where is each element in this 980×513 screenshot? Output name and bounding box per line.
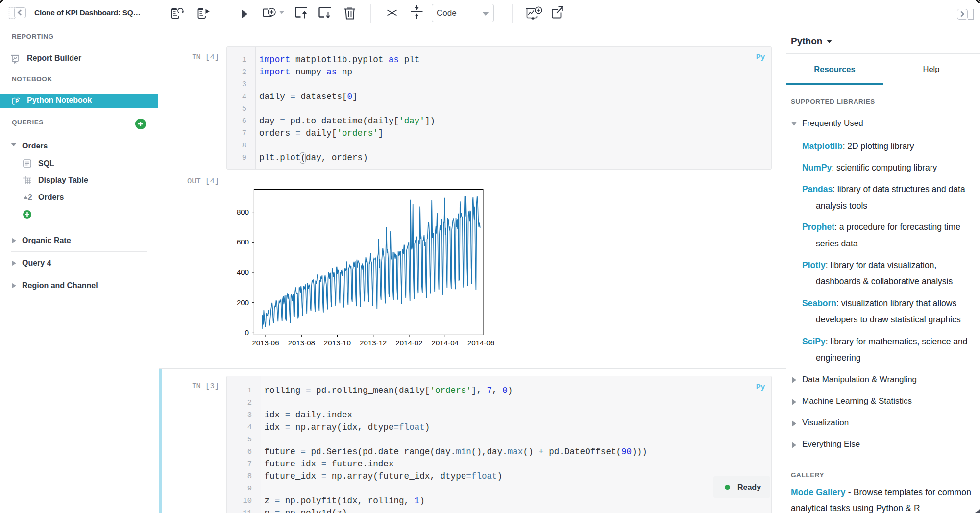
svg-text:2013-08: 2013-08 xyxy=(288,339,315,347)
svg-text:2013-10: 2013-10 xyxy=(324,339,351,347)
svg-text:2014-04: 2014-04 xyxy=(432,339,459,347)
svg-text:2014-02: 2014-02 xyxy=(395,339,422,347)
svg-text:800: 800 xyxy=(237,208,249,216)
svg-text:200: 200 xyxy=(237,298,249,307)
svg-text:2014-06: 2014-06 xyxy=(467,339,494,347)
svg-text:2013-12: 2013-12 xyxy=(360,339,387,347)
svg-text:0: 0 xyxy=(245,328,249,337)
svg-text:600: 600 xyxy=(237,238,249,246)
svg-text:2013-06: 2013-06 xyxy=(252,339,279,347)
svg-text:P: P xyxy=(15,98,19,104)
svg-text:400: 400 xyxy=(237,268,249,276)
